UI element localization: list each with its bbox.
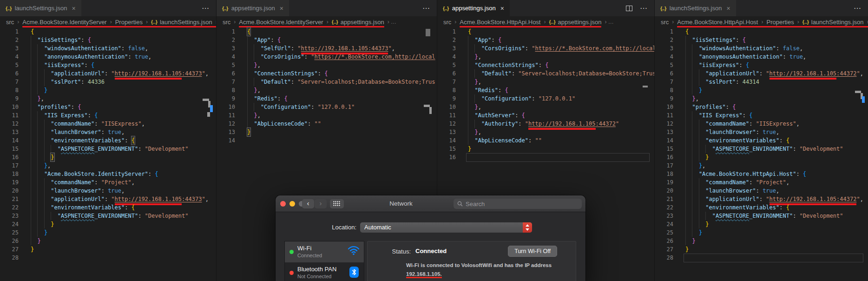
code-line[interactable]: 13} xyxy=(217,128,437,136)
code-line[interactable]: 11"AuthServer": { xyxy=(437,111,654,120)
code-line[interactable]: 5"iisExpress": { xyxy=(655,61,868,69)
breadcrumb-segment[interactable]: src xyxy=(6,19,14,26)
code-line[interactable]: 2"App": { xyxy=(217,36,437,44)
code-line[interactable]: 14 xyxy=(217,136,437,145)
forward-button[interactable]: › xyxy=(315,199,327,208)
code-line[interactable]: 22"environmentVariables": { xyxy=(0,203,216,212)
code-line[interactable]: 9}, xyxy=(655,94,868,103)
code-line[interactable]: 28 xyxy=(0,254,216,262)
close-tab-icon[interactable]: × xyxy=(72,5,75,12)
code-line[interactable]: 13}, xyxy=(437,128,654,136)
code-line[interactable]: 13"launchBrowser": true, xyxy=(0,128,216,136)
code-line[interactable]: 5}, xyxy=(217,61,437,69)
code-line[interactable]: 25} xyxy=(0,228,216,237)
code-line[interactable]: 4}, xyxy=(437,53,654,61)
close-tab-icon[interactable]: × xyxy=(500,5,504,12)
code-line[interactable]: 9}, xyxy=(0,94,216,103)
tab-launchSettings.json[interactable]: {..}launchSettings.json× xyxy=(655,0,736,16)
code-line[interactable]: 6"ConnectionStrings": { xyxy=(217,69,437,78)
code-line[interactable]: 15"ASPNETCORE_ENVIRONMENT": "Development… xyxy=(0,145,216,153)
code-line[interactable]: 7"Default": "Server=localhost;Database=B… xyxy=(217,78,437,86)
code-line[interactable]: 25} xyxy=(655,228,868,237)
code-line[interactable]: 12"AbpLicenseCode": "" xyxy=(217,120,437,128)
code-line[interactable]: 3"CorsOrigins": "https://*.BookStore.com… xyxy=(437,44,654,53)
code-line[interactable]: 14"environmentVariables": { xyxy=(655,136,868,145)
more-actions-icon[interactable]: ⋯ xyxy=(640,4,648,13)
code-line[interactable]: 12"Authority": "http://192.168.1.105:443… xyxy=(437,120,654,128)
more-actions-icon[interactable]: ⋯ xyxy=(422,4,430,13)
show-all-button[interactable] xyxy=(330,199,344,208)
code-line[interactable]: 6"applicationUrl": "http://192.168.1.105… xyxy=(655,69,868,78)
code-line[interactable]: 11"IIS Express": { xyxy=(0,111,216,120)
breadcrumb-segment[interactable]: Properties xyxy=(766,19,794,26)
split-editor-icon[interactable] xyxy=(626,6,632,11)
code-line[interactable]: 12"commandName": "IISExpress", xyxy=(0,120,216,128)
code-line[interactable]: 23"ASPNETCORE_ENVIRONMENT": "Development… xyxy=(655,212,868,220)
more-actions-icon[interactable]: ⋯ xyxy=(202,4,210,13)
turn-wifi-off-button[interactable]: Turn Wi-Fi Off xyxy=(508,246,557,257)
code-line[interactable]: 2"iisSettings": { xyxy=(655,36,868,44)
breadcrumb-segment[interactable]: src xyxy=(223,19,230,26)
breadcrumb-segment[interactable]: src xyxy=(443,19,451,26)
close-window-button[interactable] xyxy=(280,201,286,207)
breadcrumb-segment[interactable]: Acme.BookStore.IdentityServer xyxy=(239,19,323,26)
code-line[interactable]: 7"sslPort": 44314 xyxy=(655,78,868,86)
code-line[interactable]: 4"anonymousAuthentication": true, xyxy=(655,53,868,61)
network-titlebar[interactable]: ‹ › Network Search xyxy=(276,195,585,212)
code-line[interactable]: 20"launchBrowser": true, xyxy=(655,187,868,195)
code-line[interactable]: 6"applicationUrl": "http://192.168.1.105… xyxy=(0,69,216,78)
code-line[interactable]: 15} xyxy=(437,145,654,153)
code-line[interactable]: 4"anonymousAuthentication": true, xyxy=(0,53,216,61)
code-line[interactable]: 8} xyxy=(655,86,868,94)
breadcrumb-file[interactable]: launchSettings.json xyxy=(811,19,864,26)
code-line[interactable]: 17}, xyxy=(655,161,868,170)
code-line[interactable]: 14"environmentVariables": { xyxy=(0,136,216,145)
code-line[interactable]: 10"profiles": { xyxy=(0,103,216,111)
code-line[interactable]: 19"commandName": "Project", xyxy=(655,178,868,187)
code-line[interactable]: 24} xyxy=(0,220,216,228)
breadcrumb-segment[interactable]: Properties xyxy=(115,19,143,26)
location-dropdown[interactable]: Automatic xyxy=(360,222,532,233)
code-line[interactable]: 24} xyxy=(655,220,868,228)
code-line[interactable]: 16} xyxy=(655,153,868,161)
close-tab-icon[interactable]: × xyxy=(726,5,730,12)
code-line[interactable]: 8}, xyxy=(217,86,437,94)
breadcrumb-file[interactable]: appsettings.json xyxy=(341,19,384,26)
code-line[interactable]: 23"ASPNETCORE_ENVIRONMENT": "Development… xyxy=(0,212,216,220)
breadcrumb-segment[interactable]: src xyxy=(661,19,669,26)
code-line[interactable]: 27} xyxy=(0,245,216,254)
breadcrumb-segment[interactable]: Acme.BookStore.HttpApi.Host xyxy=(460,19,540,26)
code-line[interactable]: 1{ xyxy=(217,27,437,36)
code-line[interactable]: 6"Default": "Server=localhost;Database=B… xyxy=(437,69,654,78)
code-line[interactable]: 9"Redis": { xyxy=(217,94,437,103)
code-line[interactable]: 7}, xyxy=(437,78,654,86)
code-line[interactable]: 11}, xyxy=(217,111,437,120)
code-line[interactable]: 28 xyxy=(655,254,868,262)
code-line[interactable]: 1{ xyxy=(0,27,216,36)
code-line[interactable]: 2"iisSettings": { xyxy=(0,36,216,44)
code-line[interactable]: 8} xyxy=(0,86,216,94)
code-line[interactable]: 11"IIS Express": { xyxy=(655,111,868,120)
code-line[interactable]: 18"Acme.BookStore.IdentityServer": { xyxy=(0,170,216,178)
code-line[interactable]: 7"sslPort": 44336 xyxy=(0,78,216,86)
code-line[interactable]: 10"profiles": { xyxy=(655,103,868,111)
code-line[interactable]: 1{ xyxy=(655,27,868,36)
code-line[interactable]: 10"Configuration": "127.0.0.1" xyxy=(217,103,437,111)
service-row-bluetooth[interactable]: Bluetooth PAN Not Connected xyxy=(285,262,364,281)
more-actions-icon[interactable]: ⋯ xyxy=(854,4,861,13)
breadcrumb-segment[interactable]: Acme.BookStore.HttpApi.Host xyxy=(677,19,758,26)
code-line[interactable]: 1{ xyxy=(437,27,654,36)
breadcrumb-file[interactable]: appsettings.json xyxy=(558,19,602,26)
code-line[interactable]: 16} xyxy=(0,153,216,161)
code-line[interactable]: 3"SelfUrl": "http://192.168.1.105:44373"… xyxy=(217,44,437,53)
code-line[interactable]: 4"CorsOrigins": "https://*.BookStore.com… xyxy=(217,53,437,61)
code-line[interactable]: 3"windowsAuthentication": false, xyxy=(0,44,216,53)
code-line[interactable]: 5"iisExpress": { xyxy=(0,61,216,69)
breadcrumb-segment[interactable]: Acme.BookStore.IdentityServer xyxy=(22,19,106,26)
code-line[interactable]: 19"commandName": "Project", xyxy=(0,178,216,187)
code-line[interactable]: 12"commandName": "IISExpress", xyxy=(655,120,868,128)
code-line[interactable]: 26} xyxy=(0,237,216,245)
search-field[interactable]: Search xyxy=(454,199,582,209)
code-line[interactable]: 10}, xyxy=(437,103,654,111)
code-line[interactable]: 8"Redis": { xyxy=(437,86,654,94)
